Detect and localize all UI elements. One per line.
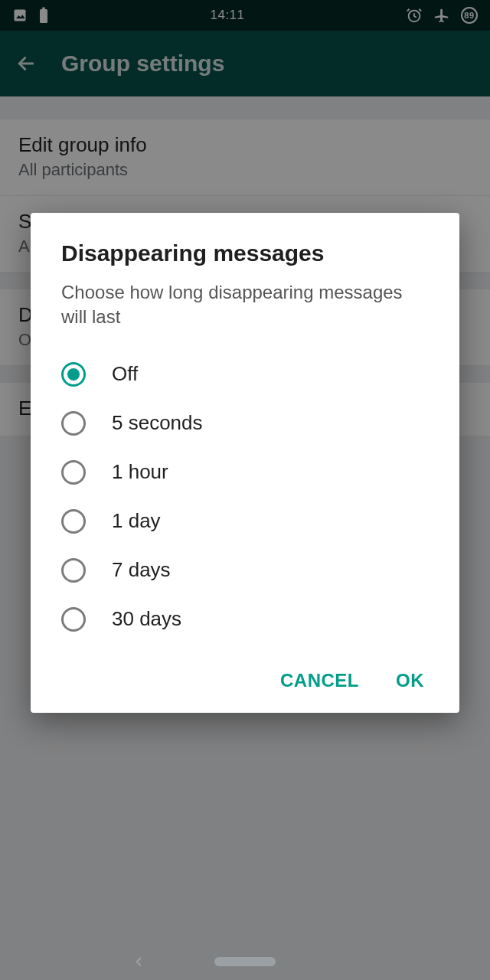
radio-label: Off — [112, 362, 138, 386]
dialog-title: Disappearing messages — [61, 240, 429, 266]
radio-option-7-days[interactable]: 7 days — [61, 546, 429, 595]
radio-icon — [61, 558, 86, 583]
disappearing-messages-dialog: Disappearing messages Choose how long di… — [31, 213, 459, 713]
radio-icon — [61, 362, 86, 387]
radio-icon — [61, 460, 86, 485]
ok-button[interactable]: OK — [396, 670, 424, 691]
nav-home-pill[interactable] — [214, 957, 276, 966]
nav-back-icon[interactable] — [132, 955, 145, 969]
radio-icon — [61, 607, 86, 632]
radio-option-off[interactable]: Off — [61, 350, 429, 399]
cancel-button[interactable]: CANCEL — [280, 670, 359, 691]
system-nav-bar — [0, 943, 490, 980]
radio-option-1-day[interactable]: 1 day — [61, 497, 429, 546]
dialog-description: Choose how long disappearing messages wi… — [61, 280, 429, 330]
radio-label: 30 days — [112, 607, 181, 631]
radio-label: 1 day — [112, 509, 161, 533]
radio-label: 5 seconds — [112, 411, 203, 435]
radio-label: 1 hour — [112, 460, 168, 484]
radio-icon — [61, 411, 86, 436]
radio-option-1-hour[interactable]: 1 hour — [61, 448, 429, 497]
radio-label: 7 days — [112, 558, 171, 582]
radio-option-30-days[interactable]: 30 days — [61, 595, 429, 644]
radio-option-5-seconds[interactable]: 5 seconds — [61, 399, 429, 448]
radio-icon — [61, 509, 86, 534]
